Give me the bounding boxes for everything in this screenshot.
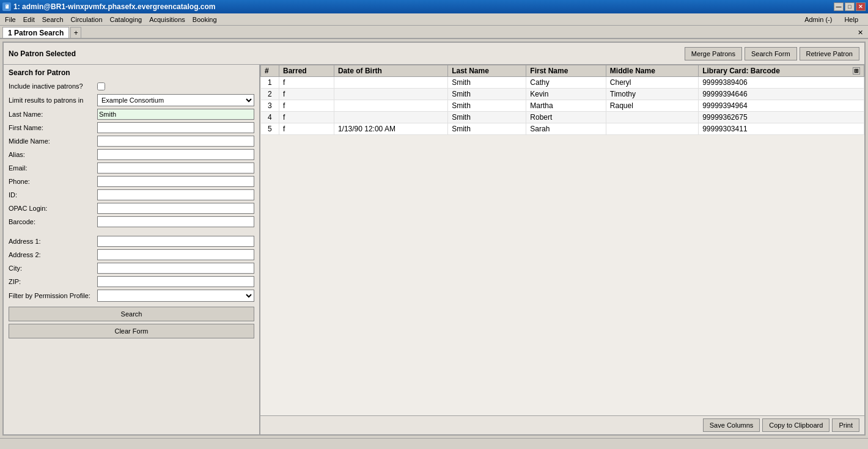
col-header-lastname[interactable]: Last Name	[448, 65, 526, 77]
results-table: # Barred Date of Birth Last Name	[260, 65, 864, 135]
city-row: City:	[4, 261, 259, 275]
email-row: Email:	[4, 161, 259, 175]
phone-row: Phone:	[4, 175, 259, 188]
retrieve-patron-button[interactable]: Retrieve Patron	[800, 47, 859, 60]
tab-label: 1 Patron Search	[8, 29, 64, 37]
menu-admin[interactable]: Admin (-)	[801, 15, 836, 24]
menu-search[interactable]: Search	[39, 15, 67, 24]
search-button[interactable]: Search	[9, 307, 254, 321]
first-name-row: First Name:	[4, 121, 259, 134]
address2-row: Address 2:	[4, 248, 259, 261]
first-name-input[interactable]	[97, 122, 254, 133]
first-name-label: First Name:	[9, 124, 97, 131]
table-row[interactable]: 3fSmithMarthaRaquel99999394964	[261, 100, 864, 112]
title-text: 1: admin@BR1-winxpvmfx.phasefx.evergreen…	[13, 2, 215, 11]
table-row[interactable]: 4fSmithRobert99999362675	[261, 112, 864, 123]
col-header-num[interactable]: #	[261, 65, 279, 77]
id-input[interactable]	[97, 189, 254, 200]
zip-row: ZIP:	[4, 275, 259, 288]
maximize-button[interactable]: □	[845, 2, 855, 11]
menu-circulation[interactable]: Circulation	[67, 15, 106, 24]
col-header-dob[interactable]: Date of Birth	[334, 65, 447, 77]
last-name-label: Last Name:	[9, 111, 97, 118]
tab-bar-close[interactable]: ✕	[855, 27, 866, 38]
include-inactive-checkbox[interactable]	[97, 82, 105, 90]
status-bar	[0, 438, 868, 449]
email-label: Email:	[9, 164, 97, 172]
results-table-wrapper: # Barred Date of Birth Last Name	[260, 65, 864, 415]
menu-bar: File Edit Search Circulation Cataloging …	[0, 13, 868, 26]
minimize-button[interactable]: —	[834, 2, 844, 11]
main-window: No Patron Selected Merge Patrons Search …	[2, 42, 866, 436]
title-bar: 🖥 1: admin@BR1-winxpvmfx.phasefx.evergre…	[0, 0, 868, 13]
zip-label: ZIP:	[9, 278, 97, 285]
col-header-barcode[interactable]: Library Card: Barcode ⊞	[699, 65, 864, 77]
tab-patron-search[interactable]: 1 Patron Search	[2, 27, 69, 38]
window-header: No Patron Selected Merge Patrons Search …	[4, 43, 864, 65]
id-row: ID:	[4, 188, 259, 202]
limit-results-row: Limit results to patrons in Example Cons…	[4, 93, 259, 108]
barcode-row: Barcode:	[4, 215, 259, 228]
print-button[interactable]: Print	[832, 418, 859, 432]
opac-login-label: OPAC Login:	[9, 205, 97, 212]
limit-results-select[interactable]: Example Consortium	[97, 94, 254, 106]
table-row[interactable]: 2fSmithKevinTimothy99999394646	[261, 89, 864, 100]
search-panel: Search for Patron Include inactive patro…	[4, 65, 260, 434]
limit-results-label: Limit results to patrons in	[9, 97, 97, 104]
id-label: ID:	[9, 191, 97, 199]
address2-label: Address 2:	[9, 251, 97, 258]
bottom-toolbar: Save Columns Copy to Clipboard Print	[260, 415, 864, 434]
table-row[interactable]: 1fSmithCathyCheryl99999389406	[261, 77, 864, 89]
menu-file[interactable]: File	[1, 15, 20, 24]
menu-acquisitions[interactable]: Acquisitions	[145, 15, 189, 24]
filter-profile-select[interactable]	[97, 290, 254, 302]
results-panel: # Barred Date of Birth Last Name	[260, 65, 864, 434]
patron-status: No Patron Selected	[9, 49, 76, 58]
save-columns-button[interactable]: Save Columns	[703, 418, 760, 432]
barcode-label: Barcode:	[9, 218, 97, 225]
search-panel-title: Search for Patron	[4, 65, 259, 79]
copy-to-clipboard-button[interactable]: Copy to Clipboard	[762, 418, 829, 432]
address2-input[interactable]	[97, 249, 254, 260]
table-row[interactable]: 5f1/13/90 12:00 AMSmithSarah99999303411	[261, 123, 864, 135]
col-header-barred[interactable]: Barred	[279, 65, 334, 77]
col-header-firstname[interactable]: First Name	[526, 65, 606, 77]
opac-login-row: OPAC Login:	[4, 202, 259, 215]
filter-profile-row: Filter by Permission Profile:	[4, 288, 259, 303]
phone-input[interactable]	[97, 176, 254, 187]
content-area: Search for Patron Include inactive patro…	[4, 65, 864, 434]
opac-login-input[interactable]	[97, 203, 254, 214]
tab-bar: 1 Patron Search + ✕	[0, 26, 868, 39]
expand-columns-icon[interactable]: ⊞	[853, 67, 860, 75]
search-buttons-area: Search Clear Form	[4, 303, 259, 342]
alias-input[interactable]	[97, 149, 254, 160]
middle-name-label: Middle Name:	[9, 137, 97, 145]
menu-help[interactable]: Help	[840, 15, 862, 24]
col-header-middlename[interactable]: Middle Name	[606, 65, 698, 77]
include-inactive-row: Include inactive patrons?	[4, 79, 259, 93]
address1-input[interactable]	[97, 236, 254, 247]
menu-cataloging[interactable]: Cataloging	[106, 15, 146, 24]
tab-add-button[interactable]: +	[70, 27, 81, 38]
address1-label: Address 1:	[9, 238, 97, 245]
close-button[interactable]: ✕	[856, 2, 866, 11]
phone-label: Phone:	[9, 178, 97, 185]
address1-row: Address 1:	[4, 235, 259, 248]
menu-booking[interactable]: Booking	[189, 15, 221, 24]
search-form-button[interactable]: Search Form	[745, 47, 797, 60]
header-buttons: Merge Patrons Search Form Retrieve Patro…	[685, 47, 859, 60]
city-label: City:	[9, 265, 97, 272]
zip-input[interactable]	[97, 276, 254, 287]
city-input[interactable]	[97, 263, 254, 274]
menu-edit[interactable]: Edit	[20, 15, 39, 24]
barcode-input[interactable]	[97, 216, 254, 227]
last-name-input[interactable]	[97, 109, 254, 120]
filter-profile-label: Filter by Permission Profile:	[9, 292, 97, 299]
middle-name-input[interactable]	[97, 136, 254, 147]
clear-form-button[interactable]: Clear Form	[9, 324, 254, 338]
app-icon: 🖥	[2, 2, 11, 11]
middle-name-row: Middle Name:	[4, 134, 259, 148]
merge-patrons-button[interactable]: Merge Patrons	[685, 47, 742, 60]
alias-label: Alias:	[9, 151, 97, 158]
email-input[interactable]	[97, 162, 254, 173]
